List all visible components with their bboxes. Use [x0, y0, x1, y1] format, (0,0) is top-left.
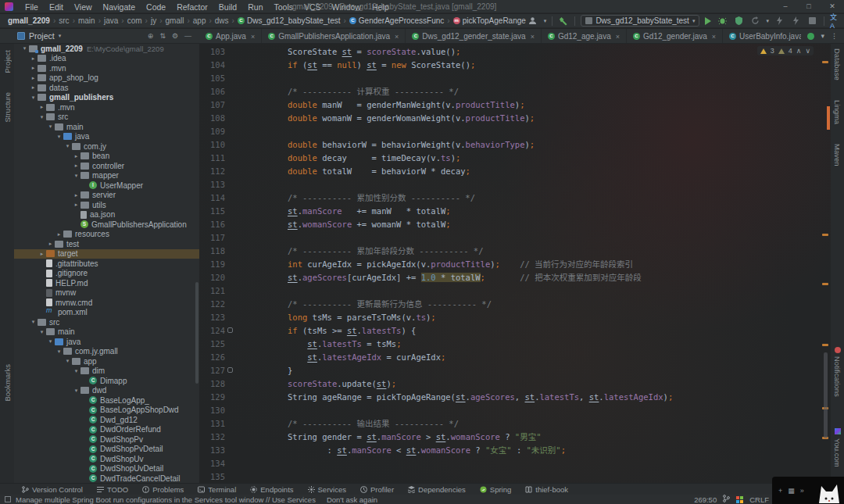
tree-chevron-icon[interactable]: ▾ — [46, 338, 55, 345]
tree-item-target[interactable]: ▸target — [14, 249, 199, 259]
stripe-structure-label[interactable]: Structure — [3, 92, 12, 123]
tree-item-datas[interactable]: ▸datas — [14, 83, 199, 93]
tree-item-utils[interactable]: ▸utils — [14, 200, 199, 210]
toolwindow-todo[interactable]: TODO — [97, 485, 128, 494]
tree-chevron-icon[interactable]: ▸ — [46, 241, 55, 247]
dont-ask-again-link[interactable]: Don't ask again — [327, 495, 377, 504]
tree-item-gmall_publishers[interactable]: ▾gmall_publishers — [14, 93, 199, 103]
tab-close-icon[interactable]: × — [712, 33, 716, 41]
tab-close-icon[interactable]: × — [251, 33, 255, 41]
tree-item-test[interactable]: ▸test — [14, 239, 199, 249]
tree-item-java[interactable]: ▾java — [14, 337, 199, 347]
tab-Gd12_gender.java[interactable]: CGd12_gender.java× — [627, 29, 723, 43]
tab-overflow-chevron-icon[interactable]: ▾ — [821, 32, 824, 40]
event-log-icon[interactable] — [5, 496, 11, 502]
hidden-tab-icon[interactable] — [807, 33, 814, 40]
tree-item-HELP.md[interactable]: HELP.md — [14, 278, 199, 288]
tab-GmallPublishersApplication.java[interactable]: CGmallPublishersApplication.java× — [262, 29, 406, 43]
project-view-dropdown-icon[interactable]: ▾ — [59, 33, 62, 39]
tree-chevron-icon[interactable]: ▾ — [55, 349, 63, 355]
tree-item-mvnw[interactable]: mvnw — [14, 288, 199, 298]
toolwindow-profiler[interactable]: Profiler — [360, 485, 394, 494]
tree-item-UserMapper[interactable]: UserMapper — [14, 181, 199, 191]
line-ending-selector[interactable]: CRLF — [749, 495, 769, 504]
tree-chevron-icon[interactable]: ▾ — [46, 123, 55, 130]
lightning-icon[interactable] — [774, 16, 785, 27]
tree-chevron-icon[interactable]: ▾ — [29, 95, 38, 101]
inspection-widget[interactable]: 3 4 ∧ ∨ — [757, 46, 814, 55]
menu-edit[interactable]: Edit — [44, 2, 69, 12]
run-configuration-select[interactable]: Dws_gd12_babyState_test ▾ — [581, 15, 699, 27]
lightning-debug-icon[interactable] — [791, 16, 802, 27]
tree-item-src[interactable]: ▾src — [14, 113, 199, 123]
run-with-coverage-button[interactable] — [733, 16, 744, 27]
tree-item-pom.xml[interactable]: pom.xml — [14, 308, 199, 318]
fold-marker-icon[interactable] — [227, 367, 233, 373]
locate-file-icon[interactable]: ⊕ — [148, 32, 154, 40]
tree-item-controller[interactable]: ▸controller — [14, 161, 199, 171]
stripe-notifications-label[interactable]: Notifications — [833, 356, 842, 397]
toolwindow-dependencies[interactable]: Dependencies — [408, 485, 466, 494]
tree-chevron-icon[interactable]: ▸ — [29, 55, 38, 62]
debug-button[interactable] — [717, 16, 728, 27]
tree-chevron-icon[interactable]: ▸ — [29, 65, 38, 71]
tree-chevron-icon[interactable]: ▾ — [20, 45, 29, 52]
toolwindow-spring[interactable]: Spring — [480, 485, 511, 494]
tree-chevron-icon[interactable]: ▸ — [29, 84, 38, 91]
tree-chevron-icon[interactable]: ▸ — [38, 104, 46, 110]
breadcrumb-item[interactable]: gmall — [164, 16, 186, 25]
minimize-button[interactable]: – — [774, 0, 797, 13]
tree-item-com.jy.gmall[interactable]: ▾com.jy.gmall — [14, 347, 199, 357]
project-scrollbar[interactable] — [195, 282, 198, 384]
tree-item-gmall_2209[interactable]: ▾gmall_2209E:\MyCode\gmall_2209 — [14, 44, 199, 54]
tree-chevron-icon[interactable]: ▾ — [38, 114, 46, 120]
breadcrumb-item[interactable]: com — [126, 16, 144, 25]
tree-chevron-icon[interactable]: ▾ — [63, 358, 72, 364]
hide-panel-icon[interactable]: — — [184, 32, 191, 40]
tree-item-DwdOrderRefund[interactable]: DwdOrderRefund — [14, 425, 199, 435]
tree-item-main[interactable]: ▾main — [14, 122, 199, 132]
tree-item-dim[interactable]: ▾dim — [14, 366, 199, 377]
breadcrumb-item[interactable]: jy — [149, 16, 158, 25]
toolwindow-version-control[interactable]: Version Control — [22, 485, 83, 494]
tree-item-servier[interactable]: ▸servier — [14, 191, 199, 201]
tree-item-.mvn[interactable]: ▸.mvn — [14, 63, 199, 73]
tree-item-app[interactable]: ▾app — [14, 356, 199, 366]
menu-code[interactable]: Code — [141, 2, 171, 12]
menu-refactor[interactable]: Refactor — [171, 2, 213, 12]
breadcrumb-item[interactable]: CDws_gd12_babyState_test — [236, 16, 342, 25]
menu-view[interactable]: View — [69, 2, 98, 12]
toolwindow-thief-book[interactable]: thief-book — [525, 485, 568, 494]
breadcrumb-item[interactable]: CGenderAgeProcessFunc — [348, 16, 446, 25]
stripe-database-label[interactable]: Database — [833, 48, 842, 80]
editor-scrollbar[interactable] — [824, 352, 828, 438]
menu-build[interactable]: Build — [213, 2, 242, 12]
code-editor[interactable]: 1031041051061071081091101111121131141151… — [199, 44, 831, 483]
stripe-maven-label[interactable]: Maven — [833, 144, 842, 166]
pet-move-icon[interactable]: + — [778, 487, 782, 495]
tree-chevron-icon[interactable]: ▾ — [38, 329, 46, 335]
tree-item-.gitignore[interactable]: .gitignore — [14, 269, 199, 279]
menu-navigate[interactable]: Navigate — [98, 2, 141, 12]
toolwindow-endpoints[interactable]: Endpoints — [250, 485, 293, 494]
tree-chevron-icon[interactable]: ▾ — [63, 143, 72, 149]
user-icon[interactable] — [528, 16, 538, 27]
stripe-youcom-label[interactable]: You.com — [833, 438, 842, 467]
translate-icon[interactable]: 文A — [830, 16, 841, 27]
stripe-lingma-label[interactable]: Lingma — [833, 100, 842, 124]
tab-App.java[interactable]: CApp.java× — [199, 29, 262, 43]
tab-UserBabyInfo.java[interactable]: CUserBabyInfo.java× — [723, 29, 801, 43]
pet-menu-icon[interactable]: » — [800, 487, 804, 495]
tree-item-resources[interactable]: ▸resources — [14, 230, 199, 240]
stop-button[interactable] — [807, 16, 818, 27]
tree-chevron-icon[interactable]: ▸ — [55, 231, 63, 238]
toolwindow-terminal[interactable]: Terminal — [198, 485, 236, 494]
maximize-button[interactable]: □ — [797, 0, 821, 13]
tab-close-icon[interactable]: × — [616, 33, 620, 41]
tree-item-aa.json[interactable]: aa.json — [14, 210, 199, 220]
desktop-pet-overlay[interactable]: + ▦ » — [772, 477, 844, 504]
tree-chevron-icon[interactable]: ▾ — [72, 388, 80, 394]
tab-Dws_gd12_gender_state.java[interactable]: CDws_gd12_gender_state.java× — [406, 29, 542, 43]
tree-chevron-icon[interactable]: ▸ — [72, 163, 80, 169]
tab-close-icon[interactable]: × — [395, 33, 399, 41]
